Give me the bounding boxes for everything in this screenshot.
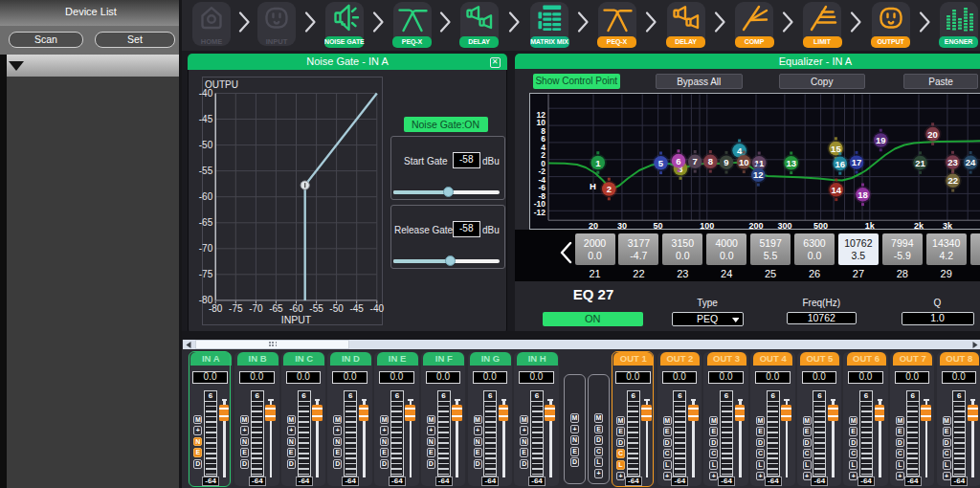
svg-text:24: 24 (966, 157, 976, 167)
svg-text:3k: 3k (943, 221, 953, 231)
svg-text:INPUT: INPUT (281, 314, 312, 325)
svg-text:21: 21 (915, 157, 925, 167)
svg-text:-50: -50 (329, 303, 344, 314)
svg-text:-55: -55 (309, 303, 323, 314)
svg-text:H: H (590, 180, 596, 190)
svg-text:16: 16 (835, 158, 846, 168)
svg-text:-12: -12 (534, 207, 546, 216)
svg-text:17: 17 (852, 157, 862, 167)
svg-text:5: 5 (658, 157, 664, 167)
svg-text:1: 1 (595, 157, 601, 167)
svg-text:6: 6 (676, 155, 680, 166)
svg-text:-40: -40 (199, 88, 213, 99)
svg-text:2k: 2k (914, 221, 924, 231)
svg-text:-45: -45 (349, 303, 364, 314)
svg-text:12: 12 (753, 169, 764, 180)
svg-text:-70: -70 (199, 243, 213, 254)
svg-text:1k: 1k (865, 221, 876, 231)
svg-text:-55: -55 (199, 166, 213, 176)
svg-text:500: 500 (813, 221, 828, 231)
svg-text:300: 300 (777, 221, 791, 231)
svg-text:13: 13 (786, 157, 796, 167)
svg-text:-75: -75 (229, 303, 243, 314)
svg-text:50: 50 (654, 221, 663, 231)
svg-text:100: 100 (700, 221, 714, 231)
svg-text:-65: -65 (199, 217, 213, 228)
svg-text:-60: -60 (199, 191, 213, 202)
svg-text:2: 2 (607, 184, 612, 194)
svg-text:19: 19 (876, 135, 886, 145)
svg-text:18: 18 (858, 189, 868, 199)
svg-text:-60: -60 (289, 303, 303, 314)
svg-text:10: 10 (739, 156, 749, 166)
svg-text:200: 200 (748, 221, 763, 231)
svg-text:-80: -80 (209, 303, 223, 314)
svg-text:-45: -45 (199, 114, 213, 124)
svg-text:9: 9 (724, 157, 728, 167)
svg-text:22: 22 (947, 175, 958, 186)
svg-text:30: 30 (617, 221, 627, 231)
svg-text:8: 8 (708, 156, 713, 166)
svg-text:-70: -70 (249, 303, 263, 314)
svg-text:-50: -50 (199, 140, 213, 150)
svg-text:20: 20 (589, 221, 598, 231)
svg-text:14: 14 (832, 184, 842, 194)
svg-text:-65: -65 (269, 303, 283, 314)
svg-text:23: 23 (947, 157, 958, 167)
svg-text:20: 20 (927, 128, 938, 139)
svg-text:7: 7 (693, 156, 698, 166)
svg-text:-75: -75 (199, 269, 213, 279)
svg-text:15: 15 (831, 143, 841, 153)
svg-text:-40: -40 (370, 303, 385, 314)
